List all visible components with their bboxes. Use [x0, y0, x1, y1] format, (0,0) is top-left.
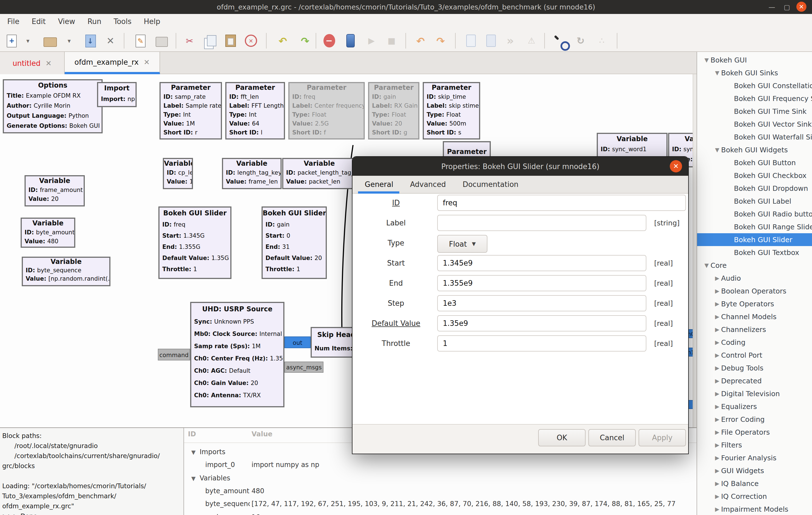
- rotate-cw-icon[interactable]: ↷: [434, 34, 447, 48]
- chevron-right-icon[interactable]: ▶: [713, 284, 721, 297]
- sidebar-item-bokeh-gui-waterfall-sink[interactable]: Bokeh GUI Waterfall Sink: [697, 131, 812, 143]
- chevron-down-icon[interactable]: ▼: [703, 259, 710, 272]
- block-uhd[interactable]: UHD: USRP SourceSync: Unknown PPSMb0: Cl…: [190, 302, 284, 407]
- disable-icon[interactable]: [484, 34, 497, 48]
- chevron-right-icon[interactable]: ▶: [713, 464, 721, 477]
- chevron-down-icon[interactable]: ▼: [191, 446, 196, 459]
- close-icon[interactable]: ✕: [796, 2, 806, 12]
- chevron-down-icon[interactable]: ▼: [713, 66, 721, 79]
- sidebar-item-bokeh-gui-vector-sink[interactable]: Bokeh GUI Vector Sink: [697, 118, 812, 131]
- chevron-right-icon[interactable]: ▶: [713, 426, 721, 438]
- block-var_packet_length_tag_key[interactable]: VariableID: packet_length_tag_keyValue: …: [282, 158, 356, 189]
- chevron-down-icon[interactable]: ▼: [191, 472, 196, 485]
- sidebar-item-bokeh-gui-label[interactable]: Bokeh GUI Label: [697, 195, 812, 208]
- chevron-right-icon[interactable]: ▶: [713, 297, 721, 310]
- redo-icon[interactable]: ↷: [298, 34, 312, 48]
- block-var_cp_len[interactable]: VariableID: cp_lenValue: 16: [163, 158, 193, 189]
- sidebar-item-bokeh-gui-time-sink[interactable]: Bokeh GUI Time Sink: [697, 105, 812, 118]
- table-row-byte_sequence[interactable]: byte_sequence[172, 47, 117, 192, 67, 251…: [184, 498, 697, 511]
- rotate-ccw-icon[interactable]: ↶: [414, 34, 427, 48]
- field-input-throttle[interactable]: [437, 335, 646, 352]
- port-command[interactable]: command: [158, 349, 190, 360]
- generate-icon[interactable]: [344, 34, 357, 48]
- sidebar-item-bokeh-gui-slider[interactable]: Bokeh GUI Slider: [697, 233, 812, 246]
- new-file-icon[interactable]: +: [5, 34, 19, 48]
- chevron-right-icon[interactable]: ▶: [713, 310, 721, 323]
- block-var_byte_sequence[interactable]: VariableID: byte_sequenceValue: [np.rand…: [22, 257, 110, 286]
- sidebar-item-iq-balance[interactable]: ▶IQ Balance: [697, 477, 812, 490]
- menu-tools[interactable]: Tools: [108, 14, 138, 30]
- block-slider_freq[interactable]: Bokeh GUI SliderID: freqStart: 1.345GEnd…: [158, 207, 231, 279]
- field-input-end[interactable]: [437, 275, 646, 291]
- errors-report-icon[interactable]: ⚠: [525, 34, 538, 48]
- sidebar-item-bokeh-gui-constellation-sink[interactable]: Bokeh GUI Constellation Sink: [697, 79, 812, 92]
- chevron-right-icon[interactable]: ▶: [713, 387, 721, 400]
- save-icon[interactable]: ↓: [84, 34, 97, 48]
- sidebar-item-error-coding[interactable]: ▶Error Coding: [697, 413, 812, 426]
- sidebar-item-impairment-models[interactable]: ▶Impairment Models: [697, 503, 812, 515]
- sidebar-item-boolean-operators[interactable]: ▶Boolean Operators: [697, 284, 812, 297]
- maximize-icon[interactable]: ▢: [781, 1, 793, 13]
- sidebar-item-bokeh-gui[interactable]: ▼Bokeh GUI: [697, 54, 812, 66]
- sidebar-item-digital-television[interactable]: ▶Digital Television: [697, 387, 812, 400]
- block-param_fft_len[interactable]: ParameterID: fft_lenLabel: FFT LengthTyp…: [225, 82, 285, 139]
- block-param_samp_rate[interactable]: ParameterID: samp_rateLabel: Sample rate…: [160, 82, 222, 139]
- sidebar-item-bokeh-gui-frequency-sink[interactable]: Bokeh GUI Frequency Sink: [697, 92, 812, 105]
- chevron-right-icon[interactable]: ▶: [713, 490, 721, 503]
- screenshot-icon[interactable]: [155, 34, 168, 48]
- tab-untitled[interactable]: untitled✕: [0, 52, 65, 74]
- sidebar-item-bokeh-gui-range-slider[interactable]: Bokeh GUI Range Slider: [697, 220, 812, 233]
- tab-close-icon[interactable]: ✕: [46, 59, 52, 67]
- cut-icon[interactable]: ✂: [183, 34, 196, 48]
- block-param_gain[interactable]: ParameterID: gainLabel: RX GainType: Flo…: [368, 82, 419, 139]
- dialog-tab-general[interactable]: General: [365, 180, 393, 189]
- chevron-right-icon[interactable]: ▶: [713, 272, 721, 284]
- table-row-cp_len[interactable]: cp_len16: [184, 511, 697, 515]
- chevron-right-icon[interactable]: ▶: [713, 336, 721, 349]
- sidebar-item-bokeh-gui-checkbox[interactable]: Bokeh GUI Checkbox: [697, 169, 812, 182]
- sidebar-item-bokeh-gui-textbox[interactable]: Bokeh GUI Textbox: [697, 246, 812, 259]
- find-icon[interactable]: [553, 34, 566, 48]
- chevron-right-icon[interactable]: ▶: [713, 452, 721, 464]
- menu-view[interactable]: View: [52, 14, 81, 30]
- tab-ofdm_example_rx[interactable]: ofdm_example_rx✕: [65, 52, 160, 74]
- execute-icon[interactable]: ▶: [365, 34, 378, 48]
- sidebar-item-filters[interactable]: ▶Filters: [697, 438, 812, 452]
- sidebar-item-fourier-analysis[interactable]: ▶Fourier Analysis: [697, 452, 812, 464]
- field-input-step[interactable]: [437, 295, 646, 311]
- properties-icon[interactable]: ∴: [595, 34, 608, 48]
- chevron-right-icon[interactable]: ▶: [713, 361, 721, 374]
- dialog-close-icon[interactable]: ✕: [670, 160, 682, 172]
- sidebar-item-channelizers[interactable]: ▶Channelizers: [697, 323, 812, 336]
- table-row-variables[interactable]: ▼Variables: [184, 472, 697, 485]
- chevron-down-icon[interactable]: ▼: [713, 143, 721, 156]
- sidebar-item-audio[interactable]: ▶Audio: [697, 272, 812, 284]
- open-icon[interactable]: [44, 34, 57, 48]
- chevron-right-icon[interactable]: ▶: [713, 438, 721, 452]
- sidebar-item-bokeh-gui-radio-button[interactable]: Bokeh GUI Radio button: [697, 208, 812, 220]
- menu-run[interactable]: Run: [81, 14, 108, 30]
- apply-button[interactable]: Apply: [639, 429, 686, 446]
- reload-icon[interactable]: ↻: [574, 34, 587, 48]
- paste-icon[interactable]: [224, 34, 237, 48]
- sidebar-item-coding[interactable]: ▶Coding: [697, 336, 812, 349]
- block-param_skip_time[interactable]: ParameterID: skip_timeLabel: skip stimeT…: [423, 82, 480, 139]
- block-var_length_tag_key[interactable]: VariableID: length_tag_keyValue: frame_l…: [222, 158, 282, 189]
- sidebar-item-control-port[interactable]: ▶Control Port: [697, 349, 812, 361]
- delete-icon[interactable]: ✕: [244, 34, 258, 48]
- sidebar-item-file-operators[interactable]: ▶File Operators: [697, 426, 812, 438]
- menu-edit[interactable]: Edit: [26, 14, 52, 30]
- chevron-right-icon[interactable]: ▶: [713, 413, 721, 426]
- kill-icon[interactable]: ■: [385, 34, 398, 48]
- enable-icon[interactable]: [464, 34, 477, 48]
- block-options[interactable]: OptionsTitle: Example OFDM RXAuthor: Cyr…: [3, 79, 103, 133]
- field-input-id[interactable]: [437, 195, 686, 211]
- chevron-right-icon[interactable]: ▶: [713, 477, 721, 490]
- ok-button[interactable]: OK: [538, 429, 586, 446]
- tab-close-icon[interactable]: ✕: [144, 58, 150, 66]
- sidebar-item-channel-models[interactable]: ▶Channel Models: [697, 310, 812, 323]
- chevron-down-icon[interactable]: ▼: [703, 54, 710, 66]
- block-param_freq[interactable]: ParameterID: freqLabel: Center frequency…: [288, 82, 365, 139]
- sidebar-item-debug-tools[interactable]: ▶Debug Tools: [697, 361, 812, 374]
- dialog-tab-advanced[interactable]: Advanced: [410, 180, 445, 189]
